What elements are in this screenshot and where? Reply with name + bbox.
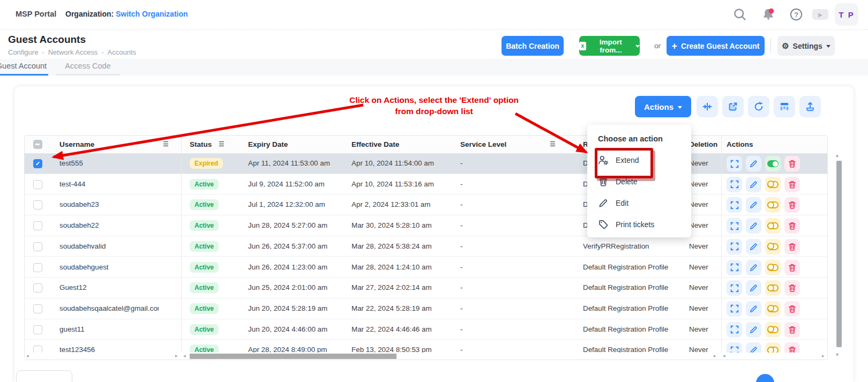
delete-row-button[interactable] [784,156,800,171]
table-row[interactable]: soudabehsqaalcatel@gmail.com Active Jun … [25,298,827,319]
status-toggle[interactable] [765,218,781,234]
cell-username: soudabehvalid [59,236,159,257]
breadcrumb-item[interactable]: Network Access [48,48,98,56]
tab-guest-account[interactable]: Guest Account [0,62,48,70]
edit-row-button[interactable] [746,239,761,254]
import-from-button[interactable]: x Import from... [579,36,640,56]
notification-bell-icon[interactable] [761,8,775,21]
tab-access-code[interactable]: Access Code [56,62,120,70]
refresh-icon[interactable] [748,96,769,117]
scroll-right-icon[interactable]: ▸ [822,353,825,359]
delete-row-button[interactable] [784,177,800,192]
columns-icon[interactable] [774,96,795,117]
scroll-down-icon[interactable]: ▾ [836,351,839,357]
scroll-left-icon[interactable]: ◂ [723,353,725,359]
row-checkbox[interactable] [33,242,42,251]
cell-service-level: - [460,215,546,236]
row-checkbox[interactable] [33,200,42,209]
avatar[interactable]: T P [835,3,858,26]
edit-row-button[interactable] [746,197,761,213]
help-icon[interactable]: ? [789,8,803,21]
export-icon[interactable] [799,96,821,117]
create-guest-account-button[interactable]: + Create Guest Account [667,36,765,56]
table-row[interactable]: Guest12 Active Jun 25, 2024 2:01:00 am M… [25,278,827,298]
status-toggle[interactable] [765,260,781,275]
row-checkbox[interactable] [33,180,42,189]
edit-row-button[interactable] [746,301,761,317]
expand-row-button[interactable] [727,260,742,275]
expand-row-button[interactable] [727,301,742,317]
search-icon[interactable] [733,8,747,21]
edit-row-button[interactable] [746,280,761,296]
filter-icon-service[interactable]: ☰ [550,136,556,153]
organization-switch-link[interactable]: Switch Organization [116,10,188,18]
scroll-up-icon[interactable]: ▴ [836,152,839,158]
delete-row-button[interactable] [784,301,800,317]
breadcrumb-item[interactable]: Configure [8,48,38,56]
delete-row-button[interactable] [784,280,800,296]
row-checkbox[interactable] [33,263,42,272]
status-toggle[interactable] [765,177,781,192]
delete-row-button[interactable] [784,322,800,338]
dropdown-item-print-tickets[interactable]: Print tickets [587,214,691,235]
scroll-left-icon[interactable]: ◂ [183,353,186,359]
filter-icon-username[interactable]: ☰ [163,136,169,153]
select-all-checkbox[interactable] [33,140,42,149]
table-row[interactable]: soudabeh22 Active Jun 28, 2024 5:27:00 a… [25,215,827,236]
table-row[interactable]: soudabehguest Active Jun 26, 2024 1:23:0… [25,257,827,278]
expand-row-button[interactable] [727,177,742,192]
expand-row-button[interactable] [727,322,742,338]
status-toggle[interactable] [765,280,781,296]
expand-row-button[interactable] [727,218,742,234]
edit-row-button[interactable] [746,322,761,338]
delete-row-button[interactable] [784,197,800,213]
video-tour-icon[interactable]: ▶ [812,9,828,20]
svg-text:?: ? [794,11,798,19]
edit-row-button[interactable] [746,260,761,275]
status-toggle[interactable] [765,322,781,338]
cell-deletion: Never [689,236,720,257]
status-toggle[interactable] [765,156,781,171]
expand-row-button[interactable] [727,239,742,254]
collapse-icon[interactable] [697,96,718,117]
status-toggle[interactable] [765,197,781,213]
vertical-scrollbar-thumb[interactable] [836,161,842,347]
edit-row-button[interactable] [746,156,761,171]
delete-row-button[interactable] [784,239,800,254]
edit-row-button[interactable] [746,177,761,192]
breadcrumb-item[interactable]: Accounts [108,48,136,56]
page-size-button[interactable] [16,370,72,382]
cell-expiry-date: Jul 9, 2024 11:52:00 am [248,174,347,195]
filter-icon-status[interactable]: ☰ [219,136,225,153]
scroll-right-icon[interactable]: ▸ [714,353,716,359]
table-row[interactable]: test-444 Active Jul 9, 2024 11:52:00 am … [25,174,827,195]
open-in-new-icon[interactable] [722,96,744,117]
row-checkbox[interactable] [33,283,42,293]
delete-row-button[interactable] [784,260,800,275]
expand-row-button[interactable] [727,280,742,296]
delete-row-button[interactable] [784,218,800,234]
table-row[interactable]: ✓ test555 Expired Apr 11, 2024 11:53:00 … [25,153,827,174]
dropdown-item-edit[interactable]: Edit [587,192,691,214]
expand-row-button[interactable] [727,156,742,171]
status-toggle[interactable] [765,301,781,317]
settings-button[interactable]: ⚙ Settings [777,36,835,56]
row-checkbox[interactable] [33,304,42,313]
scroll-left-icon[interactable]: ◂ [26,353,29,359]
row-checkbox[interactable] [33,325,42,334]
table-row[interactable]: soudabehvalid Active Jun 26, 2024 5:37:0… [25,236,827,257]
cell-service-level: - [460,257,546,278]
cell-effective-date: Mar 27, 2024 2:02:14 am [351,278,451,298]
page-title: Guest Accounts [8,34,86,46]
row-checkbox[interactable]: ✓ [33,159,42,168]
actions-button[interactable]: Actions [635,96,691,117]
edit-row-button[interactable] [746,218,761,234]
expand-row-button[interactable] [727,197,742,213]
table-row[interactable]: guest11 Active Jun 20, 2024 4:46:00 am M… [25,319,827,340]
scroll-right-icon[interactable]: ▸ [175,353,178,359]
status-toggle[interactable] [765,239,781,254]
table-row[interactable]: soudabeh23 Active Jul 1, 2024 12:32:00 a… [25,194,827,215]
scrollbar-thumb[interactable] [190,354,396,359]
batch-creation-button[interactable]: Batch Creation [502,36,564,56]
row-checkbox[interactable] [33,221,42,230]
